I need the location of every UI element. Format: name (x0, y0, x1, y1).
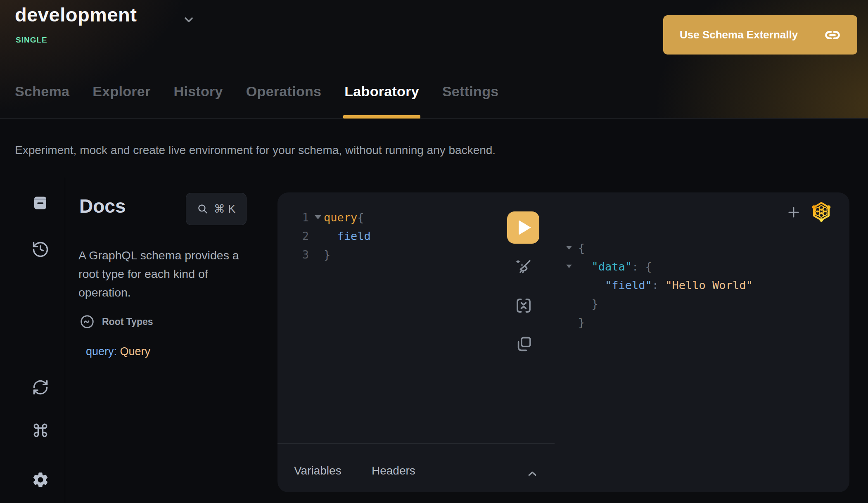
response-line-4: } (566, 294, 753, 313)
root-types-label: Root Types (102, 316, 153, 327)
search-shortcut: ⌘ K (214, 202, 236, 216)
fold-marker[interactable] (315, 215, 321, 219)
tab-laboratory[interactable]: Laboratory (344, 83, 419, 119)
nav-tabs: Schema Explorer History Operations Labor… (15, 83, 498, 119)
editor-footer-divider (277, 443, 555, 444)
response-line-3: "field": "Hello World" (566, 276, 753, 294)
search-button[interactable]: ⌘ K (186, 193, 247, 225)
variables-tab[interactable]: Variables (294, 464, 342, 477)
line-number: 2 (294, 227, 309, 245)
field-token: field (324, 227, 371, 245)
root-query-type[interactable]: Query (120, 345, 151, 358)
response-line-5: } (566, 313, 753, 332)
query-keyword: query (324, 211, 357, 224)
tab-explorer[interactable]: Explorer (92, 83, 150, 119)
tab-settings[interactable]: Settings (442, 83, 499, 119)
root-types-icon (79, 314, 95, 330)
search-icon (197, 203, 209, 215)
chevron-up-icon[interactable] (525, 467, 539, 481)
docs-icon[interactable] (31, 194, 49, 211)
tab-operations[interactable]: Operations (246, 83, 321, 119)
project-title: development (15, 3, 137, 26)
page-subtitle: Experiment, mock and create live environ… (15, 144, 496, 157)
editor-line-2[interactable]: 2 field (294, 227, 371, 245)
command-icon[interactable] (31, 421, 50, 439)
field-key: "field" (578, 279, 652, 292)
response-line-1: { (566, 239, 753, 257)
data-key: "data" (578, 260, 632, 273)
use-schema-externally-button[interactable]: Use Schema Externally (663, 15, 857, 55)
headers-tab[interactable]: Headers (372, 464, 415, 477)
page-header: development SINGLE Use Schema Externally… (0, 0, 868, 119)
fold-marker[interactable] (566, 246, 572, 250)
response-viewer: { "data": { "field": "Hello World" } } (566, 239, 753, 332)
tab-history[interactable]: History (174, 83, 223, 119)
use-schema-externally-label: Use Schema Externally (680, 28, 798, 41)
add-tab-icon[interactable] (786, 205, 801, 220)
copy-icon[interactable] (515, 335, 534, 354)
history-icon[interactable] (31, 240, 50, 259)
prettify-icon[interactable] (513, 257, 534, 278)
settings-gear-icon[interactable] (31, 471, 50, 489)
laboratory-panel: 1 query{ 2 field 3 } (277, 192, 849, 492)
root-query-name: query (86, 345, 114, 358)
execute-query-button[interactable] (507, 211, 539, 244)
play-icon (519, 220, 531, 235)
tab-schema[interactable]: Schema (15, 83, 69, 119)
fold-marker[interactable] (566, 265, 572, 268)
docs-heading: Docs (79, 195, 126, 217)
response-line-2: "data": { (566, 257, 753, 276)
status-badge: SINGLE (16, 36, 47, 45)
line-number: 3 (294, 245, 309, 264)
merge-fragments-icon[interactable] (514, 296, 534, 316)
line-number: 1 (294, 208, 309, 227)
field-value: "Hello World" (665, 279, 752, 292)
root-query-link[interactable]: query: Query (86, 345, 150, 358)
sidebar-divider (65, 178, 65, 503)
chevron-down-icon[interactable] (182, 13, 195, 26)
refresh-icon[interactable] (31, 378, 50, 396)
link-icon (824, 27, 841, 43)
editor-line-3[interactable]: 3 } (294, 245, 330, 264)
docs-description: A GraphQL schema provides a root type fo… (78, 246, 259, 302)
hive-logo-icon[interactable] (809, 199, 833, 223)
root-types-section: Root Types (79, 314, 153, 330)
editor-line-1[interactable]: 1 query{ (294, 208, 364, 227)
